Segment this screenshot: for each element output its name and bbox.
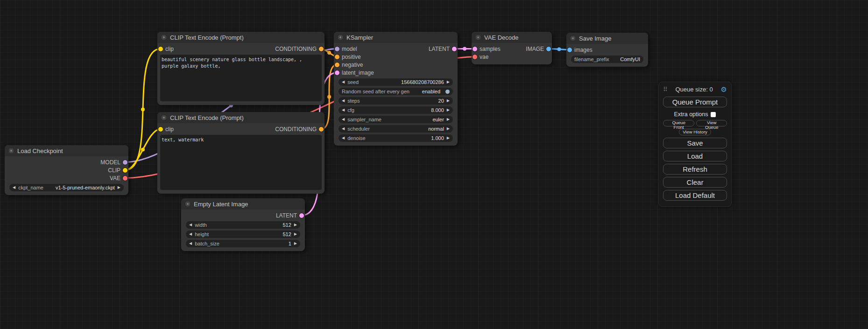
input-slot-positive[interactable]: positive — [335, 54, 361, 60]
decrement-arrow-icon[interactable]: ◀ — [189, 232, 192, 236]
node-clip-text-encode-positive[interactable]: CLIP Text Encode (Prompt) clip CONDITION… — [157, 32, 325, 105]
node-vae-decode[interactable]: VAE Decode samples IMAGE vae — [472, 32, 552, 64]
decrement-arrow-icon[interactable]: ◀ — [189, 223, 192, 227]
slot-dot-model[interactable] — [335, 47, 339, 51]
slot-dot-clip[interactable] — [123, 168, 127, 173]
input-slot-vae[interactable]: vae — [473, 54, 488, 60]
node-header[interactable]: CLIP Text Encode (Prompt) — [157, 112, 325, 123]
increment-arrow-icon[interactable]: ▶ — [447, 108, 450, 112]
load-default-button[interactable]: Load Default — [663, 190, 727, 201]
queue-prompt-button[interactable]: Queue Prompt — [663, 97, 727, 107]
slot-dot-samples[interactable] — [473, 47, 477, 51]
widget-height[interactable]: ◀ height 512 ▶ — [186, 231, 300, 238]
increment-arrow-icon[interactable]: ▶ — [447, 80, 450, 84]
node-header[interactable]: Save Image — [566, 33, 648, 44]
decrement-arrow-icon[interactable]: ◀ — [13, 186, 15, 189]
output-slot-image[interactable]: IMAGE — [526, 46, 551, 52]
slot-dot-positive[interactable] — [335, 55, 339, 59]
input-slot-images[interactable]: images — [567, 47, 593, 53]
widget-ckpt-name[interactable]: ◀ ckpt_name v1-5-pruned-emaonly.ckpt ▶ — [9, 184, 124, 191]
decrement-arrow-icon[interactable]: ◀ — [342, 80, 345, 84]
slot-dot-latent-image[interactable] — [335, 70, 339, 75]
decrement-arrow-icon[interactable]: ◀ — [342, 99, 345, 103]
collapse-dot-icon[interactable] — [185, 202, 190, 206]
collapse-dot-icon[interactable] — [338, 35, 343, 40]
output-slot-clip[interactable]: CLIP — [108, 167, 127, 174]
decrement-arrow-icon[interactable]: ◀ — [342, 118, 345, 121]
widget-cfg[interactable]: ◀ cfg 8.000 ▶ — [339, 106, 453, 114]
view-queue-button[interactable]: View Queue — [696, 120, 727, 126]
input-slot-clip[interactable]: clip — [158, 46, 174, 52]
increment-arrow-icon[interactable]: ▶ — [447, 99, 450, 103]
output-slot-latent[interactable]: LATENT — [429, 46, 457, 52]
slot-dot-conditioning[interactable] — [319, 127, 324, 132]
increment-arrow-icon[interactable]: ▶ — [447, 127, 450, 131]
positive-prompt-textarea[interactable]: beautiful scenery nature glass bottle la… — [160, 55, 322, 101]
increment-arrow-icon[interactable]: ▶ — [447, 136, 450, 140]
decrement-arrow-icon[interactable]: ◀ — [342, 136, 345, 140]
widget-sampler-name[interactable]: ◀ sampler_name euler ▶ — [339, 116, 453, 123]
clear-button[interactable]: Clear — [663, 177, 727, 188]
slot-dot-vae[interactable] — [123, 176, 127, 181]
drag-handle-icon[interactable]: ⠿ — [663, 86, 668, 93]
slot-dot-latent[interactable] — [452, 47, 457, 51]
increment-arrow-icon[interactable]: ▶ — [447, 118, 450, 121]
node-save-image[interactable]: Save Image images filename_prefix ComfyU… — [566, 33, 648, 67]
collapse-dot-icon[interactable] — [162, 35, 166, 40]
collapse-dot-icon[interactable] — [9, 148, 14, 153]
node-ksampler[interactable]: KSampler model LATENT positive negative — [334, 32, 458, 146]
increment-arrow-icon[interactable]: ▶ — [118, 186, 120, 189]
decrement-arrow-icon[interactable]: ◀ — [342, 108, 345, 112]
toggle-dot-icon[interactable] — [445, 90, 450, 94]
load-button[interactable]: Load — [663, 151, 727, 161]
slot-dot-clip[interactable] — [158, 127, 163, 132]
decrement-arrow-icon[interactable]: ◀ — [342, 127, 345, 131]
widget-batch-size[interactable]: ◀ batch_size 1 ▶ — [186, 240, 300, 247]
save-button[interactable]: Save — [663, 138, 727, 148]
refresh-button[interactable]: Refresh — [663, 164, 727, 175]
node-header[interactable]: CLIP Text Encode (Prompt) — [157, 32, 325, 43]
node-clip-text-encode-negative[interactable]: CLIP Text Encode (Prompt) clip CONDITION… — [157, 112, 325, 194]
input-slot-model[interactable]: model — [335, 46, 357, 52]
node-header[interactable]: Empty Latent Image — [181, 198, 305, 210]
input-slot-latent-image[interactable]: latent_image — [335, 70, 374, 76]
widget-random-seed-toggle[interactable]: Random seed after every gen enabled — [339, 88, 453, 95]
collapse-dot-icon[interactable] — [162, 115, 166, 120]
widget-seed[interactable]: ◀ seed 156680208700286 ▶ — [339, 78, 453, 86]
comfy-menu-panel[interactable]: ⠿ Queue size: 0 ⚙ Queue Prompt Extra opt… — [658, 82, 732, 207]
negative-prompt-textarea[interactable]: text, watermark — [160, 135, 322, 190]
slot-dot-images[interactable] — [567, 48, 572, 52]
input-slot-clip[interactable]: clip — [158, 126, 174, 133]
node-load-checkpoint[interactable]: Load Checkpoint MODEL CLIP VAE ◀ ckpt_na… — [5, 145, 128, 195]
slot-dot-clip[interactable] — [158, 47, 163, 51]
output-slot-vae[interactable]: VAE — [110, 175, 127, 182]
output-slot-model[interactable]: MODEL — [100, 159, 127, 166]
increment-arrow-icon[interactable]: ▶ — [294, 232, 297, 236]
extra-options-checkbox[interactable] — [711, 112, 716, 117]
slot-dot-negative[interactable] — [335, 63, 339, 67]
widget-width[interactable]: ◀ width 512 ▶ — [186, 221, 300, 229]
queue-front-button[interactable]: Queue Front — [663, 120, 694, 126]
slot-dot-vae[interactable] — [473, 55, 477, 59]
slot-dot-conditioning[interactable] — [319, 47, 324, 51]
collapse-dot-icon[interactable] — [476, 35, 480, 40]
increment-arrow-icon[interactable]: ▶ — [294, 242, 297, 245]
slot-dot-image[interactable] — [546, 47, 551, 51]
output-slot-conditioning[interactable]: CONDITIONING — [275, 46, 324, 52]
view-history-button[interactable]: View History — [679, 129, 711, 135]
node-header[interactable]: Load Checkpoint — [5, 145, 128, 156]
input-slot-negative[interactable]: negative — [335, 62, 363, 68]
slot-dot-model[interactable] — [123, 160, 127, 165]
output-slot-latent[interactable]: LATENT — [276, 212, 304, 219]
widget-scheduler[interactable]: ◀ scheduler normal ▶ — [339, 125, 453, 133]
output-slot-conditioning[interactable]: CONDITIONING — [275, 126, 324, 133]
input-slot-samples[interactable]: samples — [473, 46, 501, 52]
increment-arrow-icon[interactable]: ▶ — [294, 223, 297, 227]
node-empty-latent-image[interactable]: Empty Latent Image LATENT ◀ width 512 ▶ … — [181, 198, 305, 251]
widget-steps[interactable]: ◀ steps 20 ▶ — [339, 97, 453, 105]
node-header[interactable]: VAE Decode — [472, 32, 552, 43]
slot-dot-latent[interactable] — [299, 213, 304, 218]
widget-filename-prefix[interactable]: filename_prefix ComfyUI — [571, 56, 643, 63]
node-header[interactable]: KSampler — [334, 32, 458, 43]
collapse-dot-icon[interactable] — [571, 36, 575, 41]
